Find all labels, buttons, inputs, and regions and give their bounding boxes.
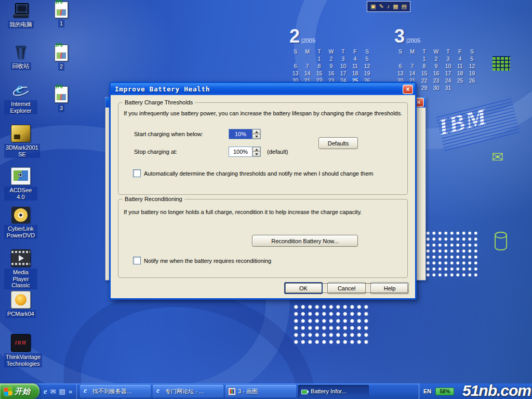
ibm-logo-stripes [435,96,521,153]
envelope-icon: ✉ [491,149,503,166]
defaults-button[interactable]: Defaults [318,137,358,149]
start-button[interactable]: 开始 [0,383,39,399]
desktop-icon-label: 1 [58,20,64,28]
task-label: Battery Infor... [311,388,346,394]
dialog-titlebar[interactable]: Improve Battery Health × [111,83,415,95]
quick-launch-ie-icon[interactable]: e [44,387,47,396]
close-button[interactable]: × [403,85,413,94]
calendar-day: 17 [337,70,349,77]
calendar-day-header: W [430,48,442,55]
spin-up-icon[interactable] [252,147,260,152]
quick-launch-overflow-icon[interactable]: » [69,388,72,395]
calendar-year: |2005 [301,37,315,44]
desktop-icon-recycle-bin[interactable]: 回收站 [4,44,37,70]
auto-determine-label: Automatically determine the charging thr… [144,170,373,177]
desktop-icon-label: ACDSee 4.0 [4,187,37,201]
calendar-day: 14 [301,70,313,77]
notify-reconditioning-checkbox-row[interactable]: Notify me when the battery requires reco… [133,257,271,264]
calendar-day: 18 [454,70,466,77]
desktop-icon-jpg-2[interactable]: 2 [48,45,74,71]
desktop-icon-ie[interactable]: Internet Explorer [4,82,37,115]
ie-icon [11,82,30,99]
language-indicator[interactable]: EN [423,388,431,394]
calendar-day: 15 [313,70,325,77]
taskbar-task[interactable]: 找不到服务器... [80,385,151,397]
start-charge-value[interactable]: 10% [229,129,252,139]
notify-reconditioning-label: Notify me when the battery requires reco… [144,258,271,264]
dialog-button-row: OK Cancel Help [284,282,409,294]
stop-charge-value[interactable]: 100% [229,147,252,156]
jpg-file-icon [55,86,68,103]
calendar-day: 10 [442,62,454,70]
calendar-day-header: S [394,48,406,55]
calendar-day: 4 [349,55,361,62]
calendar-day: 9 [430,62,442,70]
calendar-day: 8 [418,62,430,70]
spin-down-icon[interactable] [252,134,260,139]
calendar-day: 16 [325,70,337,77]
calendar-day: 3 [442,55,454,62]
pen-icon[interactable]: ✎ [379,4,383,9]
stop-charging-label: Stop charging at: [134,149,177,155]
calendar-day-header: S [289,48,301,55]
start-charging-label: Start charging when below: [134,131,203,137]
calendar-day: 9 [325,62,337,70]
quick-launch-mail-icon[interactable]: ✉ [50,388,56,395]
desktop-icon-mpc[interactable]: Media Player Classic [4,249,37,289]
start-charge-spinner[interactable]: 10% [229,129,261,139]
desktop-icon-acdsee[interactable]: ACDSee 4.0 [4,167,37,201]
powerdvd-icon [11,207,30,223]
pcmark-icon [11,291,31,309]
3dmark-icon [11,125,31,142]
calendar-day-header: S [361,48,373,55]
ibm-logo: IBM [435,97,515,151]
checkbox-unchecked[interactable] [133,169,141,177]
calendar-day [466,84,478,91]
calendar-day-header: T [313,48,325,55]
auto-determine-checkbox-row[interactable]: Automatically determine the charging thr… [133,169,373,177]
stop-charge-spinner[interactable]: 100% [229,147,261,157]
desktop-icon-label: CyberLink PowerDVD [4,225,37,239]
group-title: Battery Charge Thresholds [123,99,195,105]
checkbox-unchecked[interactable] [133,257,141,264]
taskbar: 开始 e✉▤» 找不到服务器...专门网论坛 - ...3 - 画图Batter… [0,383,532,399]
calendar-day: 2 [325,55,337,62]
battery-indicator[interactable]: 58% [435,388,454,395]
taskbar-task[interactable]: 专门网论坛 - ... [153,385,223,397]
desktop-icon-jpg-1[interactable]: 1 [48,2,74,28]
desktop-icon-pcmark[interactable]: PCMark04 [4,291,37,318]
group-title: Battery Reconditioning [123,196,184,202]
desktop-icon-jpg-3[interactable]: 3 [48,86,74,112]
desktop-icon-powerdvd[interactable]: CyberLink PowerDVD [4,207,37,240]
calendar-day: 2 [430,55,442,62]
desktop-icon-label: 回收站 [11,62,31,70]
ok-button[interactable]: OK [284,282,323,294]
desktop-icon-3dmark[interactable]: 3DMark2001 SE [4,125,37,158]
wallpaper-grid-icon [493,56,510,71]
spin-up-icon[interactable] [252,129,260,134]
taskbar-task[interactable]: 3 - 画图 [225,385,296,397]
music-icon[interactable]: ♪ [387,4,390,9]
quick-launch-desktop-icon[interactable]: ▤ [59,388,65,395]
calendar-day: 4 [454,55,466,62]
clamp-icon[interactable]: ▣ [370,4,376,9]
calendar-day: 18 [349,70,361,77]
calendar-day: 5 [361,55,373,62]
keyboard-icon[interactable]: ▦ [393,4,398,9]
spin-down-icon[interactable] [252,152,260,156]
calendar-day: 1 [313,55,325,62]
desktop-icon-thinkvantage[interactable]: ThinkVantage Technologies [4,334,37,368]
start-charging-row: Start charging when below: 10% [118,129,407,139]
reconditioning-description: If your battery no longer holds a full c… [124,209,362,215]
calendar-day: 12 [361,62,373,70]
desktop-icon-label: ThinkVantage Technologies [4,353,42,367]
calendar-day-header: T [337,48,349,55]
floating-toolbar[interactable]: ▣✎♪▦▤ [367,1,410,12]
calendar-day: 24 [442,77,454,84]
start-label: 开始 [15,387,30,396]
notes-icon[interactable]: ▤ [402,4,407,9]
calendar-day: 11 [454,62,466,70]
desktop-icon-my-computer[interactable]: 我的电脑 [4,3,37,29]
taskbar-task[interactable]: Battery Infor... [298,385,369,397]
recondition-battery-button[interactable]: Recondition Battery Now... [252,235,358,247]
